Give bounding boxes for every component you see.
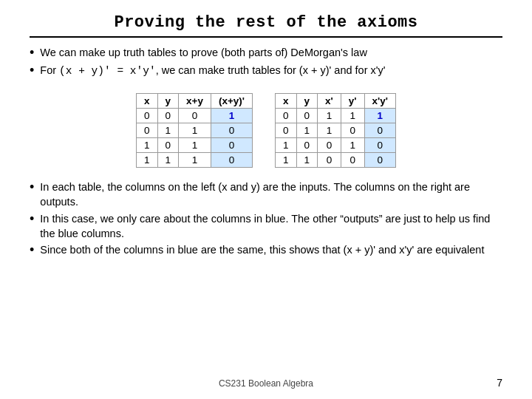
page: Proving the rest of the axioms • We can … [0, 0, 532, 399]
table-row: 0 0 0 1 [137, 109, 253, 123]
cell: 1 [137, 153, 158, 168]
bullet-item-2: • For (x + y)' = x'y', we can make truth… [30, 63, 502, 79]
cell: 0 [276, 123, 297, 138]
bullet-dot-2: • [30, 63, 34, 79]
cell: 1 [157, 123, 179, 138]
table-row: 1 1 0 0 0 [276, 153, 396, 168]
cell: 1 [341, 138, 364, 153]
bullet-text-5: Since both of the columns in blue are th… [40, 242, 484, 257]
bullet-dot-1: • [30, 45, 34, 61]
th-x2: x [276, 94, 297, 109]
cell: 1 [318, 109, 341, 123]
cell: 1 [157, 153, 179, 168]
bullet-item-1: • We can make up truth tables to prove (… [30, 45, 502, 61]
cell: 0 [137, 109, 158, 123]
cell: 0 [341, 153, 364, 168]
cell-highlight: 1 [364, 109, 395, 123]
cell: 0 [296, 109, 318, 123]
cell: 1 [179, 153, 211, 168]
cell: 1 [296, 153, 318, 168]
cell: 0 [296, 138, 318, 153]
cell-highlight: 0 [364, 123, 395, 138]
cell: 0 [318, 153, 341, 168]
cell: 0 [341, 123, 364, 138]
bottom-bullets: • In each table, the columns on the left… [30, 180, 502, 260]
cell: 0 [157, 138, 179, 153]
formula-inline: (x + y)' = x'y' [59, 65, 156, 77]
cell: 1 [179, 123, 211, 138]
cell-highlight: 0 [211, 123, 252, 138]
cell-highlight: 0 [364, 153, 395, 168]
cell: 1 [179, 138, 211, 153]
cell: 1 [137, 138, 158, 153]
th-y: y [157, 94, 179, 109]
cell: 1 [276, 153, 297, 168]
bullet-text-2: For (x + y)' = x'y', we can make truth t… [40, 63, 385, 78]
bullet-item-3: • In each table, the columns on the left… [30, 180, 502, 210]
cell: 0 [318, 138, 341, 153]
bullet-text-4: In this case, we only care about the col… [40, 211, 502, 242]
table-row: 0 1 1 0 0 [276, 123, 396, 138]
top-bullets: • We can make up truth tables to prove (… [30, 45, 502, 80]
table-row: 0 1 1 0 [137, 123, 253, 138]
bullet-dot-5: • [30, 242, 34, 259]
cell: 0 [276, 109, 297, 123]
truth-table-1: x y x+y (x+y)' 0 0 0 1 0 1 1 0 [136, 93, 253, 168]
cell: 0 [157, 109, 179, 123]
cell-highlight: 0 [211, 153, 252, 168]
cell: 1 [276, 138, 297, 153]
cell: 1 [296, 123, 318, 138]
footer-page: 7 [497, 377, 502, 389]
table-row: 1 0 0 1 0 [276, 138, 396, 153]
cell: 1 [318, 123, 341, 138]
th-yprime: y' [341, 94, 364, 109]
cell-highlight: 1 [211, 109, 252, 123]
th-x: x [137, 94, 158, 109]
table-row: 1 0 1 0 [137, 138, 253, 153]
table-row: 1 1 1 0 [137, 153, 253, 168]
th-xplusy-prime: (x+y)' [211, 94, 252, 109]
th-xprime-yprime: x'y' [364, 94, 395, 109]
table-row: 0 0 1 1 1 [276, 109, 396, 123]
title-divider [30, 36, 502, 38]
bullet-text-3: In each table, the columns on the left (… [40, 180, 502, 210]
th-y2: y [296, 94, 318, 109]
footer-label: CS231 Boolean Algebra [0, 378, 532, 389]
cell-highlight: 0 [211, 138, 252, 153]
th-xplusy: x+y [179, 94, 211, 109]
truth-table-2: x y x' y' x'y' 0 0 1 1 1 0 1 1 [275, 93, 396, 168]
th-xprime: x' [318, 94, 341, 109]
footer-text: CS231 Boolean Algebra [219, 378, 313, 389]
cell-highlight: 0 [364, 138, 395, 153]
page-title: Proving the rest of the axioms [30, 13, 502, 32]
bullet-text-1: We can make up truth tables to prove (bo… [40, 45, 367, 60]
cell: 0 [137, 123, 158, 138]
bullet-dot-3: • [30, 180, 34, 196]
bullet-item-4: • In this case, we only care about the c… [30, 211, 502, 242]
tables-container: x y x+y (x+y)' 0 0 0 1 0 1 1 0 [30, 93, 502, 168]
cell: 0 [179, 109, 211, 123]
cell: 1 [341, 109, 364, 123]
bullet-dot-4: • [30, 211, 34, 228]
bullet-item-5: • Since both of the columns in blue are … [30, 242, 502, 259]
